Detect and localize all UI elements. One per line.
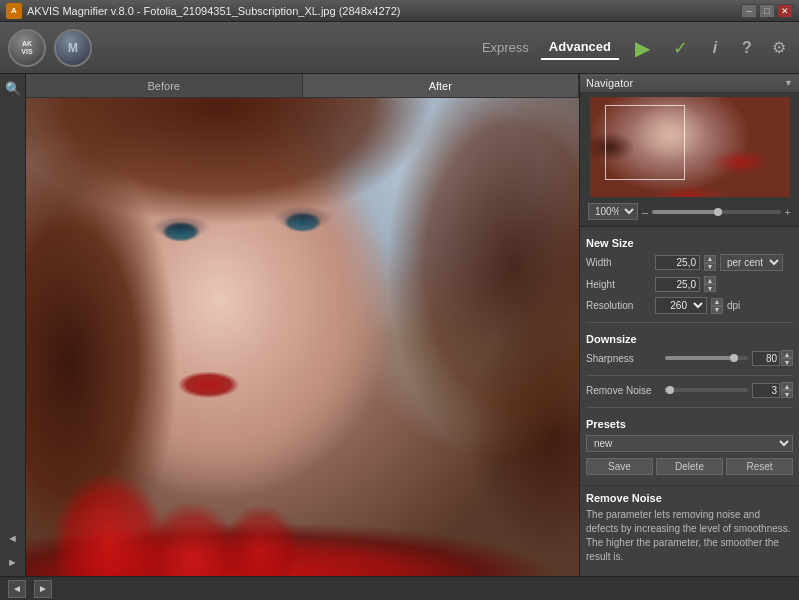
minimize-button[interactable]: – — [741, 4, 757, 18]
presets-label: Presets — [586, 418, 793, 430]
remove-noise-label: Remove Noise — [586, 385, 661, 396]
prev-nav-button[interactable]: ◄ — [3, 528, 23, 548]
divider-1 — [586, 322, 793, 323]
before-tab[interactable]: Before — [26, 74, 303, 97]
height-spin-up[interactable]: ▲ — [704, 276, 716, 284]
main-area: 🔍 ◄ ► Before After — [0, 74, 799, 576]
close-button[interactable]: ✕ — [777, 4, 793, 18]
info-box: Remove Noise The parameter lets removing… — [580, 485, 799, 570]
preset-buttons-row: Save Delete Reset — [586, 458, 793, 475]
height-label: Height — [586, 279, 651, 290]
resolution-label: Resolution — [586, 300, 651, 311]
zoom-plus-icon[interactable]: + — [785, 206, 791, 218]
remove-noise-row: Remove Noise ▲ ▼ — [586, 382, 793, 398]
settings-content: New Size Width ▲ ▼ per cent pixels cm in… — [580, 227, 799, 485]
resolution-spinner: ▲ ▼ — [711, 298, 723, 314]
nav-zoom-bar: 100% 50% 200% – + — [584, 201, 795, 222]
info-title: Remove Noise — [586, 492, 793, 504]
info-button[interactable]: i — [703, 36, 727, 60]
presets-row: new Default High Quality — [586, 435, 793, 452]
height-spin-down[interactable]: ▼ — [704, 284, 716, 292]
express-mode-button[interactable]: Express — [474, 36, 537, 59]
divider-2 — [586, 375, 793, 376]
sharpness-spinner: ▲ ▼ — [781, 350, 793, 366]
title-bar: A AKVIS Magnifier v.8.0 - Fotolia_210943… — [0, 0, 799, 22]
sharpness-thumb[interactable] — [730, 354, 738, 362]
width-spin-down[interactable]: ▼ — [704, 263, 716, 271]
app-logo-2[interactable]: M — [54, 29, 92, 67]
width-input[interactable] — [655, 255, 700, 270]
resolution-spin-up[interactable]: ▲ — [711, 298, 723, 306]
width-spin-up[interactable]: ▲ — [704, 255, 716, 263]
sharpness-spin-down[interactable]: ▼ — [781, 358, 793, 366]
nav-viewport-box — [605, 105, 685, 180]
zoom-slider-thumb[interactable] — [714, 208, 722, 216]
remove-noise-slider[interactable] — [665, 388, 748, 392]
zoom-minus-icon[interactable]: – — [642, 206, 648, 218]
divider-3 — [586, 407, 793, 408]
navigator-thumbnail[interactable] — [590, 97, 790, 197]
navigator-section: Navigator ▼ 100% 50% 200% – — [580, 74, 799, 227]
sharpness-value-input[interactable] — [752, 351, 780, 366]
next-nav-button[interactable]: ► — [3, 552, 23, 572]
resolution-select[interactable]: 260 72 96 150 300 — [655, 297, 707, 314]
height-row: Height ▲ ▼ — [586, 276, 793, 292]
new-size-label: New Size — [586, 237, 793, 249]
status-prev-button[interactable]: ◄ — [8, 580, 26, 598]
logo-akvis-text: AKVIS — [21, 40, 32, 55]
right-panel: Navigator ▼ 100% 50% 200% – — [579, 74, 799, 576]
mode-buttons: Express Advanced — [474, 35, 619, 60]
unit-select[interactable]: per cent pixels cm inches — [720, 254, 783, 271]
remove-noise-spin-down[interactable]: ▼ — [781, 390, 793, 398]
remove-noise-thumb[interactable] — [666, 386, 674, 394]
zoom-tool-button[interactable]: 🔍 — [3, 78, 23, 98]
save-preset-button[interactable]: Save — [586, 458, 653, 475]
toolbar: AKVIS M Express Advanced ▶ ✓ i ? ⚙ — [0, 22, 799, 74]
resolution-spin-down[interactable]: ▼ — [711, 306, 723, 314]
window-controls: – □ ✕ — [741, 4, 793, 18]
title-text: AKVIS Magnifier v.8.0 - Fotolia_21094351… — [27, 5, 741, 17]
info-text: The parameter lets removing noise and de… — [586, 508, 793, 564]
settings-section: New Size Width ▲ ▼ per cent pixels cm in… — [580, 227, 799, 576]
after-tab[interactable]: After — [303, 74, 580, 97]
remove-noise-value-input[interactable] — [752, 383, 780, 398]
canvas-image[interactable] — [26, 98, 579, 576]
navigator-header[interactable]: Navigator ▼ — [580, 74, 799, 93]
sharpness-row: Sharpness ▲ ▼ — [586, 350, 793, 366]
app-icon: A — [6, 3, 22, 19]
dpi-label: dpi — [727, 300, 740, 311]
maximize-button[interactable]: □ — [759, 4, 775, 18]
sharpness-spin-up[interactable]: ▲ — [781, 350, 793, 358]
zoom-slider[interactable] — [652, 210, 780, 214]
navigator-arrow-icon: ▼ — [784, 78, 793, 88]
sharpness-slider[interactable] — [665, 356, 748, 360]
advanced-mode-button[interactable]: Advanced — [541, 35, 619, 60]
sharpness-label: Sharpness — [586, 353, 661, 364]
remove-noise-value-box: ▲ ▼ — [752, 382, 793, 398]
help-button[interactable]: ? — [735, 36, 759, 60]
delete-preset-button[interactable]: Delete — [656, 458, 723, 475]
resolution-row: Resolution 260 72 96 150 300 ▲ ▼ dpi — [586, 297, 793, 314]
zoom-level-select[interactable]: 100% 50% 200% — [588, 203, 638, 220]
app-logo-1: AKVIS — [8, 29, 46, 67]
sharpness-value-box: ▲ ▼ — [752, 350, 793, 366]
remove-noise-spin-up[interactable]: ▲ — [781, 382, 793, 390]
navigator-content: 100% 50% 200% – + — [580, 93, 799, 226]
width-row: Width ▲ ▼ per cent pixels cm inches — [586, 254, 793, 271]
remove-noise-spinner: ▲ ▼ — [781, 382, 793, 398]
reset-preset-button[interactable]: Reset — [726, 458, 793, 475]
status-next-button[interactable]: ► — [34, 580, 52, 598]
run-button[interactable]: ▶ — [627, 33, 657, 63]
sharpness-fill — [665, 356, 731, 360]
portrait-background — [26, 98, 579, 576]
navigator-title: Navigator — [586, 77, 633, 89]
width-spinner: ▲ ▼ — [704, 255, 716, 271]
settings-button[interactable]: ⚙ — [767, 36, 791, 60]
height-input[interactable] — [655, 277, 700, 292]
apply-button[interactable]: ✓ — [665, 33, 695, 63]
width-label: Width — [586, 257, 651, 268]
left-tools-panel: 🔍 ◄ ► — [0, 74, 26, 576]
height-spinner: ▲ ▼ — [704, 276, 716, 292]
status-bar: ◄ ► — [0, 576, 799, 600]
presets-select[interactable]: new Default High Quality — [586, 435, 793, 452]
